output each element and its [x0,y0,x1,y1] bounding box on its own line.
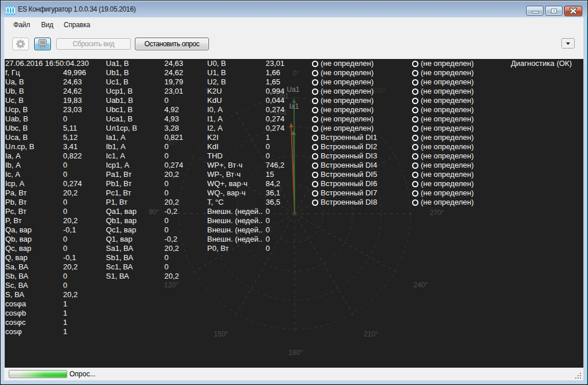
svg-text:210°: 210° [364,330,378,338]
svg-text:Ia1: Ia1 [289,102,299,110]
svg-text:270°: 270° [430,209,444,217]
svg-text:120°: 120° [164,281,179,289]
svg-text:90°: 90° [149,208,159,216]
svg-text:240°: 240° [414,281,428,289]
svg-text:150°: 150° [214,330,229,338]
svg-text:0°: 0° [293,69,300,77]
svg-text:180°: 180° [289,349,303,357]
